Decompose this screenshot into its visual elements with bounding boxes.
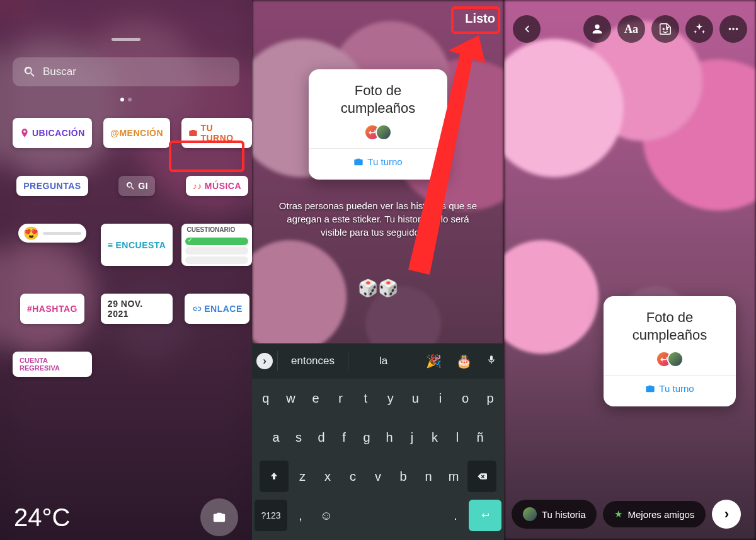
sticker-cuenta-regresiva[interactable]: CUENTA REGRESIVA [13,352,92,377]
sticker-date[interactable]: 29 NOV. 2021 [101,294,173,324]
bottom-row: 24°C [0,498,252,536]
pin-icon [20,128,30,138]
key-f[interactable]: f [334,422,354,453]
sticker-gif[interactable]: GI [118,176,155,196]
card-title: Foto de cumpleaños [324,82,432,117]
sticker-cuestionario[interactable]: CUESTIONARIO [181,224,252,266]
sticker-ubicacion[interactable]: UBICACIÓN [13,118,92,148]
symbols-key[interactable]: ?123 [255,500,287,531]
card-cta[interactable]: Tu turno [324,156,432,167]
effects-button[interactable] [685,15,713,43]
equalizer-icon: ♪♪ [193,181,202,191]
key-r[interactable]: r [329,382,352,414]
key-z[interactable]: z [291,461,314,492]
card-avatars: ↩ [619,351,721,367]
key-p[interactable]: p [479,382,501,414]
backspace-key[interactable] [467,461,496,492]
svg-point-4 [736,28,738,30]
mic-button[interactable] [479,355,504,368]
sticker-mencion[interactable]: @MENCIÓN [103,118,170,148]
background-photo [504,0,756,540]
key-t[interactable]: t [354,382,377,414]
annotation-highlight [451,6,500,34]
tag-people-icon [590,22,604,36]
suggestion-bar: › entonces la 🎉 🎂 [252,343,504,379]
key-n[interactable]: n [417,461,440,492]
tag-people-button[interactable] [583,15,611,43]
key-ñ[interactable]: ñ [470,422,490,453]
panel-sticker-tray: Buscar UBICACIÓN @MENCIÓN TU TURNO PREGU… [0,0,252,540]
share-next[interactable]: › [712,500,741,529]
sticker-icon [658,22,672,36]
shift-key[interactable] [260,461,289,492]
key-v[interactable]: v [367,461,389,492]
key-o[interactable]: o [454,382,477,414]
key-b[interactable]: b [392,461,415,492]
search-icon [125,181,135,191]
back-button[interactable] [513,15,541,43]
heart-eyes-icon: 😍 [23,226,39,241]
page-dots [13,98,239,101]
key-row-bottom: ?123 , ☺ . [252,496,504,540]
expand-suggestions[interactable]: › [252,353,277,369]
key-w[interactable]: w [280,382,302,414]
comma-key[interactable]: , [290,500,311,531]
search-icon [23,65,37,79]
sticker-preguntas[interactable]: PREGUNTAS [16,176,88,196]
annotation-highlight [169,141,244,172]
card-cta[interactable]: Tu turno [619,383,721,394]
suggestion[interactable]: la [348,351,418,371]
key-m[interactable]: m [442,461,465,492]
share-close-friends[interactable]: ★ Mejores amigos [603,501,706,527]
key-g[interactable]: g [357,422,377,453]
more-button[interactable] [719,15,747,43]
emoji-suggestion[interactable]: 🎂 [449,353,479,369]
sticker-hashtag[interactable]: #HASHTAG [20,294,84,324]
key-h[interactable]: h [379,422,399,453]
key-x[interactable]: x [316,461,339,492]
avatar [523,507,537,521]
key-e[interactable]: e [304,382,327,414]
suggestion[interactable]: entonces [277,351,348,371]
emoji-key[interactable]: ☺ [314,500,339,531]
key-a[interactable]: a [266,422,286,453]
key-s[interactable]: s [289,422,309,453]
text-button[interactable]: Aa [617,15,645,43]
key-d[interactable]: d [311,422,331,453]
svg-point-2 [729,28,731,30]
key-u[interactable]: u [404,382,427,414]
key-row-2: asdfghjklñ [252,418,504,457]
info-text: Otras personas pueden ver las historias … [252,199,504,239]
key-l[interactable]: l [447,422,467,453]
sticker-musica[interactable]: ♪♪ MÚSICA [186,176,248,196]
sticker-encuesta[interactable]: ≡ ENCUESTA [101,224,173,266]
dice-button[interactable]: 🎲🎲 [358,279,398,298]
chevron-left-icon [520,22,534,36]
temperature-sticker[interactable]: 24°C [14,503,70,532]
emoji-suggestion[interactable]: 🎉 [418,353,449,369]
key-k[interactable]: k [425,422,445,453]
tray-handle[interactable] [112,38,140,41]
keyboard: › entonces la 🎉 🎂 qwertyuiop asdfghjklñ … [252,343,504,540]
key-y[interactable]: y [379,382,402,414]
tu-turno-card[interactable]: Foto de cumpleaños ↩ Tu turno [309,69,447,180]
tu-turno-card[interactable]: Foto de cumpleaños ↩ Tu turno [604,296,736,406]
sticker-emoji-slider[interactable]: 😍 [18,224,86,243]
key-c[interactable]: c [341,461,364,492]
camera-button[interactable] [200,498,238,536]
star-icon: ★ [614,508,622,520]
share-your-story[interactable]: Tu historia [512,500,597,529]
key-i[interactable]: i [429,382,452,414]
card-avatars: ↩ [324,124,432,141]
period-key[interactable]: . [445,500,466,531]
key-j[interactable]: j [402,422,422,453]
space-key[interactable] [341,500,442,531]
card-title: Foto de cumpleaños [619,309,721,343]
enter-key[interactable] [469,500,501,531]
camera-icon [353,157,364,167]
sticker-button[interactable] [651,15,679,43]
search-input[interactable]: Buscar [13,57,239,86]
sticker-enlace[interactable]: ENLACE [185,294,249,324]
camera-icon [188,128,198,138]
key-q[interactable]: q [255,382,277,414]
